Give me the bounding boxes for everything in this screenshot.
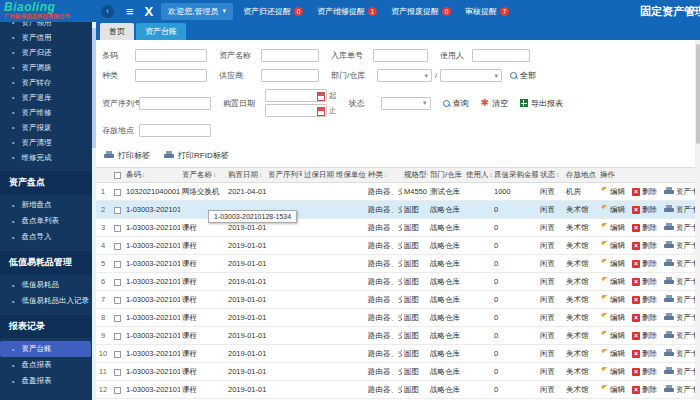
checkbox-icon[interactable] <box>114 387 121 394</box>
checkbox-icon[interactable] <box>114 279 121 286</box>
sort-icon[interactable]: ↕ <box>259 171 262 178</box>
action-编辑[interactable]: 编辑 <box>600 223 625 233</box>
location-input[interactable] <box>139 124 211 137</box>
select-all-checkbox[interactable] <box>110 171 124 180</box>
row-checkbox[interactable] <box>110 241 124 250</box>
action-删除[interactable]: ×删除 <box>632 349 657 359</box>
row-checkbox[interactable] <box>110 277 124 286</box>
row-checkbox[interactable] <box>110 259 124 268</box>
sidebar-item[interactable]: •盘点报表 <box>0 357 96 373</box>
row-checkbox[interactable] <box>110 223 124 232</box>
tab-首页[interactable]: 首页 <box>100 23 134 40</box>
sidebar-item[interactable]: •资产归还 <box>0 45 96 60</box>
column-header[interactable]: 使用人↕ <box>464 170 492 180</box>
column-header[interactable]: 过保日期↕ <box>302 170 334 180</box>
row-checkbox[interactable] <box>110 205 124 214</box>
column-header[interactable]: 操作 <box>598 170 700 180</box>
action-删除[interactable]: ×删除 <box>632 205 657 215</box>
table-row[interactable]: 110320210400013网络交换机2021-04-01路由器、交换机M45… <box>96 183 700 201</box>
menu-icon[interactable]: ≡ <box>126 4 134 19</box>
checkbox-icon[interactable] <box>114 172 121 179</box>
sidebar-item[interactable]: •资产领用 <box>0 22 96 30</box>
table-row[interactable]: 31-03003-20210128-15课程2019-01-01路由器、交换机圆… <box>96 219 700 237</box>
export-button[interactable]: 导出报表 <box>520 98 563 109</box>
row-checkbox[interactable] <box>110 331 124 340</box>
calendar-icon[interactable] <box>317 107 325 116</box>
action-编辑[interactable]: 编辑 <box>600 277 625 287</box>
scrollbar-thumb[interactable] <box>696 44 700 144</box>
checkbox-icon[interactable] <box>114 369 121 376</box>
column-header[interactable]: 部门/仓库↕ <box>428 170 464 180</box>
row-checkbox[interactable] <box>110 349 124 358</box>
table-row[interactable]: 121-03003-20210128-15课程2019-01-01路由器、交换机… <box>96 381 700 399</box>
column-header[interactable]: 资产序列号↕ <box>266 170 302 180</box>
row-checkbox[interactable] <box>110 313 124 322</box>
action-编辑[interactable]: 编辑 <box>600 205 625 215</box>
action-编辑[interactable]: 编辑 <box>600 349 625 359</box>
action-删除[interactable]: ×删除 <box>632 295 657 305</box>
column-header[interactable]: 状态↕ <box>538 170 564 180</box>
action-删除[interactable]: ×删除 <box>632 385 657 395</box>
field-input[interactable] <box>261 49 319 62</box>
dept-select[interactable]: ▾ <box>377 69 432 82</box>
checkbox-icon[interactable] <box>114 315 121 322</box>
column-header[interactable]: 存放地点↕ <box>564 170 598 180</box>
sidebar-item[interactable]: •维修完成 <box>0 150 96 165</box>
sort-icon[interactable]: ↕ <box>384 171 387 178</box>
column-header[interactable]: 条码↕ <box>124 170 180 180</box>
checkbox-icon[interactable] <box>114 333 121 340</box>
serial-input[interactable] <box>139 97 211 110</box>
checkbox-icon[interactable] <box>114 207 121 214</box>
field-input[interactable] <box>373 49 428 62</box>
action-删除[interactable]: ×删除 <box>632 241 657 251</box>
sidebar-item[interactable]: •资产借用 <box>0 30 96 45</box>
all-button[interactable]: 全部 <box>510 70 536 81</box>
collapse-sidebar-icon[interactable]: ‹ <box>101 5 114 18</box>
search-button[interactable]: 查询 <box>443 98 469 109</box>
column-header[interactable]: 资产名称↕ <box>180 170 226 180</box>
column-header[interactable]: 原值采购金额↕ <box>492 170 538 180</box>
column-header[interactable]: 规格型号↕ <box>402 170 428 180</box>
checkbox-icon[interactable] <box>114 189 121 196</box>
field-input[interactable] <box>472 49 530 62</box>
date-from-input[interactable] <box>265 89 327 102</box>
alert-tab[interactable]: 资产报废提醒0 <box>391 6 451 17</box>
sidebar-item[interactable]: •新增盘点 <box>0 197 96 213</box>
table-row[interactable]: 51-03003-20210128-15课程2019-01-01路由器、交换机圆… <box>96 255 700 273</box>
action-编辑[interactable]: 编辑 <box>600 187 625 197</box>
action-编辑[interactable]: 编辑 <box>600 313 625 323</box>
action-编辑[interactable]: 编辑 <box>600 331 625 341</box>
sidebar-item[interactable]: •资产转存 <box>0 75 96 90</box>
sort-icon[interactable]: ↕ <box>213 171 216 178</box>
checkbox-icon[interactable] <box>114 225 121 232</box>
checkbox-icon[interactable] <box>114 297 121 304</box>
clear-button[interactable]: ✱ 清空 <box>481 98 508 109</box>
alert-tab[interactable]: 资产归还提醒0 <box>243 6 303 17</box>
status-select[interactable]: ▾ <box>381 97 431 110</box>
warehouse-select[interactable]: ▾ <box>440 69 502 82</box>
sidebar-item[interactable]: •低值易耗品出入记录 <box>0 293 96 309</box>
action-删除[interactable]: ×删除 <box>632 331 657 341</box>
sidebar-item[interactable]: •盘点导入 <box>0 229 96 245</box>
table-row[interactable]: 61-03003-20210128-15课程2019-01-01路由器、交换机圆… <box>96 273 700 291</box>
action-编辑[interactable]: 编辑 <box>600 259 625 269</box>
checkbox-icon[interactable] <box>114 351 121 358</box>
row-checkbox[interactable] <box>110 385 124 394</box>
sidebar-item[interactable]: •资产调拨 <box>0 60 96 75</box>
print-button[interactable]: 打印RFID标签 <box>164 150 229 161</box>
action-删除[interactable]: ×删除 <box>632 277 657 287</box>
column-header[interactable]: 种类↕ <box>366 170 402 180</box>
row-checkbox[interactable] <box>110 295 124 304</box>
vertical-scrollbar[interactable] <box>695 40 700 400</box>
action-删除[interactable]: ×删除 <box>632 313 657 323</box>
row-checkbox[interactable] <box>110 187 124 196</box>
action-编辑[interactable]: 编辑 <box>600 241 625 251</box>
action-删除[interactable]: ×删除 <box>632 367 657 377</box>
sidebar-item[interactable]: •低值易耗品 <box>0 277 96 293</box>
sidebar-item[interactable]: •盘点单列表 <box>0 213 96 229</box>
date-to-input[interactable] <box>265 104 327 117</box>
alert-tab[interactable]: 审核提醒7 <box>465 6 509 17</box>
table-row[interactable]: 91-03003-20210128-15课程2019-01-01路由器、交换机圆… <box>96 327 700 345</box>
user-menu[interactable]: 欢迎您,管理员 ▾ <box>161 3 233 20</box>
column-header[interactable]: 购置日期↕ <box>226 170 266 180</box>
